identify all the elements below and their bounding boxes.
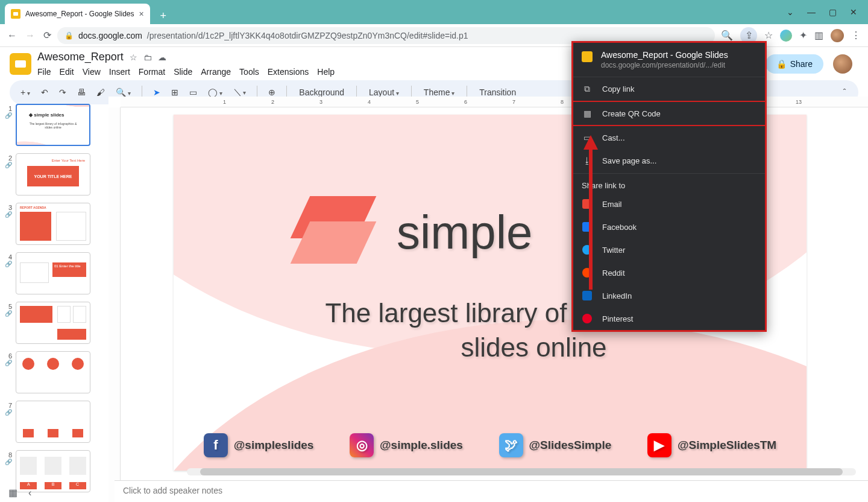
ctx-share-pinterest[interactable]: Pinterest [573,307,765,330]
collapse-panel-icon[interactable]: ‹ [28,488,31,498]
cloud-status-icon[interactable]: ☁ [158,52,166,62]
slides-favicon-icon [11,9,20,19]
move-doc-icon[interactable]: 🗀 [143,52,152,62]
lock-icon: 🔒 [64,31,74,40]
logo-text: simple [397,205,532,260]
zoom-icon[interactable]: 🔍 [721,30,733,41]
account-avatar-icon[interactable] [833,54,852,74]
menu-bar: File Edit View Insert Format Slide Arran… [37,65,335,77]
thumb-number: 5 [5,302,12,310]
menu-arrange[interactable]: Arrange [201,67,231,77]
speaker-notes[interactable]: Click to add speaker notes [115,480,868,502]
lock-icon: 🔒 [776,59,787,69]
ctx-copy-link[interactable]: ⧉Copy link [573,77,765,101]
ctx-subtitle: docs.google.com/presentation/d/.../edit [601,61,728,69]
extension-icon[interactable] [780,30,792,42]
browser-titlebar: Awesome_Report - Google Slides × + ⌄ — ▢… [0,0,868,24]
youtube-icon: ▶ [647,433,671,457]
linkedin-icon [582,291,592,300]
link-icon: 🔗 [5,261,12,267]
slide-thumbnail[interactable]: ◆ simple slidesThe largest library of in… [16,104,90,146]
close-tab-icon[interactable]: × [139,9,144,19]
profile-avatar-icon[interactable] [831,29,844,42]
pinterest-icon [582,314,592,323]
ctx-share-reddit[interactable]: Reddit [573,261,765,284]
menu-insert[interactable]: Insert [109,67,130,77]
bottom-left-controls: ▦ ‹ [8,487,31,498]
link-icon: 🔗 [5,310,12,317]
bookmark-star-icon[interactable]: ☆ [764,30,773,41]
ctx-share-facebook[interactable]: Facebook [573,215,765,238]
share-button[interactable]: 🔒 Share [766,54,823,74]
browser-tab[interactable]: Awesome_Report - Google Slides × [5,4,150,24]
facebook-icon [582,222,592,232]
slide-logo: simple [288,196,532,268]
ctx-share-linkedin[interactable]: LinkedIn [573,284,765,307]
slide-panel[interactable]: 1🔗◆ simple slidesThe largest library of … [0,97,108,502]
save-icon: ⭳ [582,156,593,165]
sidepanel-icon[interactable]: ▥ [814,30,823,41]
facebook-icon: f [204,433,228,457]
thumb-number: 4 [5,252,12,261]
link-icon: 🔗 [5,459,12,465]
new-tab-button[interactable]: + [155,7,172,24]
kebab-menu-icon[interactable]: ⋮ [851,30,861,41]
ctx-share-twitter[interactable]: Twitter [573,238,765,261]
horizontal-scrollbar[interactable] [187,468,856,475]
separator [573,173,765,174]
extensions-puzzle-icon[interactable]: ✦ [799,30,807,41]
chevron-down-icon[interactable]: ⌄ [787,7,794,17]
slide-socials: f@simpleslides ◎@simple.slides 🕊@SlidesS… [186,433,794,457]
ctx-cast[interactable]: ▭Cast... [573,126,765,149]
slide-thumbnail[interactable] [16,401,90,443]
back-button[interactable]: ← [7,30,17,41]
social-item: f@simpleslides [204,433,314,457]
slide-thumbnail[interactable]: 01 Enter the title [16,252,90,294]
thumb-number: 3 [5,203,12,211]
email-icon [582,199,592,209]
menu-view[interactable]: View [83,67,101,77]
slides-logo-icon[interactable] [10,53,31,75]
social-item: ◎@simple.slides [350,433,463,457]
slide-thumbnail[interactable]: Enter Your Text HereYOUR TITLE HERE [16,153,90,195]
twitter-icon [582,245,592,255]
reload-button[interactable]: ⟳ [43,30,51,41]
link-icon: 🔗 [5,112,12,119]
ctx-save-as[interactable]: ⭳Save page as... [573,149,765,172]
menu-slide[interactable]: Slide [174,67,192,77]
social-item: 🕊@SlidesSimple [499,433,612,457]
slide-thumbnail[interactable] [16,351,90,393]
twitter-icon: 🕊 [499,433,523,457]
social-item: ▶@SimpleSlidesTM [647,433,776,457]
document-title[interactable]: Awesome_Report [37,51,124,63]
tab-strip: Awesome_Report - Google Slides × + [5,0,172,24]
slide-thumbnail[interactable]: ABC [16,450,90,492]
thumb-number: 7 [5,401,12,409]
menu-tools[interactable]: Tools [239,67,259,77]
maximize-icon[interactable]: ▢ [829,7,837,17]
menu-extensions[interactable]: Extensions [268,67,309,77]
menu-edit[interactable]: Edit [60,67,74,77]
nav-buttons: ← → ⟳ [7,30,51,41]
star-doc-icon[interactable]: ☆ [130,52,137,62]
close-window-icon[interactable]: ✕ [850,7,857,17]
menu-file[interactable]: File [37,67,51,77]
menu-format[interactable]: Format [139,67,165,77]
menu-help[interactable]: Help [317,67,335,77]
ctx-header: Awesome_Report - Google Slides docs.goog… [573,43,765,77]
url-path: /presentation/d/1c2P_ljftlY3KK4q4o8otdir… [147,31,468,40]
ctx-share-email[interactable]: Email [573,192,765,215]
thumb-number: 8 [5,450,12,459]
share-context-menu: Awesome_Report - Google Slides docs.goog… [571,41,767,332]
scrollbar-thumb[interactable] [200,468,843,475]
ctx-create-qr[interactable]: ▦Create QR Code [573,102,765,125]
minimize-icon[interactable]: — [807,7,816,17]
reddit-icon [582,268,592,278]
share-label: Share [790,59,813,69]
speaker-notes-placeholder: Click to add speaker notes [123,486,222,495]
grid-view-icon[interactable]: ▦ [8,487,17,498]
forward-button[interactable]: → [25,30,35,41]
slide-thumbnail[interactable] [16,302,90,344]
slide-thumbnail[interactable]: REPORT AGENDA [16,203,90,245]
instagram-icon: ◎ [350,433,374,457]
